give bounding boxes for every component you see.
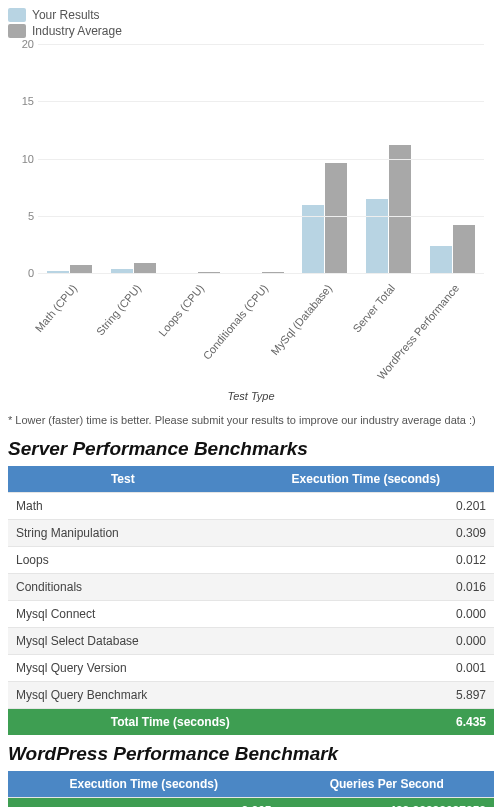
bar bbox=[134, 263, 156, 273]
col-test: Test bbox=[8, 466, 238, 493]
legend-label-your-results: Your Results bbox=[32, 8, 100, 22]
cell-exec-time: 0.309 bbox=[238, 520, 494, 547]
cell-test-name: Conditionals bbox=[8, 574, 238, 601]
col-wp-time: Execution Time (seconds) bbox=[8, 771, 279, 798]
table-row: Mysql Select Database0.000 bbox=[8, 628, 494, 655]
grid-line bbox=[38, 273, 484, 274]
cell-test-name: Loops bbox=[8, 547, 238, 574]
col-time: Execution Time (seconds) bbox=[238, 466, 494, 493]
cell-exec-time: 0.000 bbox=[238, 601, 494, 628]
bar bbox=[70, 265, 92, 273]
x-tick-label: Server Total bbox=[351, 282, 398, 335]
cell-test-name: Mysql Query Benchmark bbox=[8, 682, 238, 709]
grid-line bbox=[38, 216, 484, 217]
cell-test-name: Mysql Query Version bbox=[8, 655, 238, 682]
x-tick-label: String (CPU) bbox=[94, 282, 143, 337]
wp-benchmark-heading: WordPress Performance Benchmark bbox=[8, 743, 494, 765]
chart-x-labels: Math (CPU)String (CPU)Loops (CPU)Conditi… bbox=[38, 276, 484, 384]
x-label-cell: MySql (Database) bbox=[293, 276, 357, 384]
x-label-cell: Math (CPU) bbox=[38, 276, 102, 384]
cell-exec-time: 5.897 bbox=[238, 682, 494, 709]
cell-test-name: Mysql Select Database bbox=[8, 628, 238, 655]
y-tick-label: 15 bbox=[10, 95, 34, 107]
table-row: Math0.201 bbox=[8, 493, 494, 520]
cell-exec-time: 0.000 bbox=[238, 628, 494, 655]
legend-label-industry-average: Industry Average bbox=[32, 24, 122, 38]
chart-plot-area: 05101520 bbox=[38, 44, 484, 274]
wp-time-value: 2.365 bbox=[8, 798, 279, 808]
bar bbox=[389, 145, 411, 273]
table-row: Loops0.012 bbox=[8, 547, 494, 574]
legend-swatch-your-results bbox=[8, 8, 26, 22]
y-tick-label: 20 bbox=[10, 38, 34, 50]
y-tick-label: 10 bbox=[10, 153, 34, 165]
legend-swatch-industry-average bbox=[8, 24, 26, 38]
wp-benchmark-table: Execution Time (seconds) Queries Per Sec… bbox=[8, 771, 494, 807]
wp-result-row: 2.365 422.83298097252 bbox=[8, 798, 494, 808]
grid-line bbox=[38, 159, 484, 160]
bar bbox=[366, 199, 388, 273]
server-total-label: Total Time (seconds) bbox=[8, 709, 238, 736]
table-row: String Manipulation0.309 bbox=[8, 520, 494, 547]
legend-item: Industry Average bbox=[8, 24, 494, 38]
legend-item: Your Results bbox=[8, 8, 494, 22]
bar bbox=[430, 246, 452, 273]
server-total-value: 6.435 bbox=[238, 709, 494, 736]
cell-exec-time: 0.012 bbox=[238, 547, 494, 574]
table-row: Conditionals0.016 bbox=[8, 574, 494, 601]
grid-line bbox=[38, 101, 484, 102]
cell-exec-time: 0.001 bbox=[238, 655, 494, 682]
y-tick-label: 0 bbox=[10, 267, 34, 279]
server-benchmarks-heading: Server Performance Benchmarks bbox=[8, 438, 494, 460]
chart-footnote: * Lower (faster) time is better. Please … bbox=[8, 414, 494, 426]
server-total-row: Total Time (seconds) 6.435 bbox=[8, 709, 494, 736]
bar-chart: 05101520 Math (CPU)String (CPU)Loops (CP… bbox=[8, 44, 494, 384]
cell-test-name: String Manipulation bbox=[8, 520, 238, 547]
y-tick-label: 5 bbox=[10, 210, 34, 222]
table-row: Mysql Query Benchmark5.897 bbox=[8, 682, 494, 709]
grid-line bbox=[38, 44, 484, 45]
server-benchmarks-table: Test Execution Time (seconds) Math0.201S… bbox=[8, 466, 494, 735]
chart-x-axis-title: Test Type bbox=[8, 390, 494, 402]
table-row: Mysql Connect0.000 bbox=[8, 601, 494, 628]
cell-test-name: Mysql Connect bbox=[8, 601, 238, 628]
cell-exec-time: 0.201 bbox=[238, 493, 494, 520]
cell-test-name: Math bbox=[8, 493, 238, 520]
x-tick-label: Math (CPU) bbox=[33, 282, 80, 334]
col-wp-qps: Queries Per Second bbox=[279, 771, 494, 798]
wp-qps-value: 422.83298097252 bbox=[279, 798, 494, 808]
chart-legend: Your Results Industry Average bbox=[8, 8, 494, 38]
cell-exec-time: 0.016 bbox=[238, 574, 494, 601]
bar bbox=[453, 225, 475, 273]
bar bbox=[325, 163, 347, 273]
table-row: Mysql Query Version0.001 bbox=[8, 655, 494, 682]
x-label-cell: WordPress Performance bbox=[420, 276, 484, 384]
